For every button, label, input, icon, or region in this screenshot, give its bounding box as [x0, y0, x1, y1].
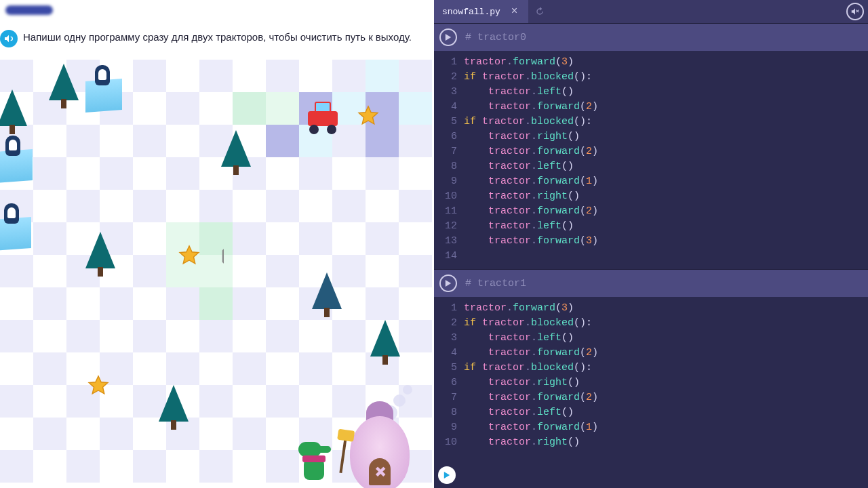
editor-tabs: snowfall.py ×	[434, 0, 868, 23]
undo-button[interactable]	[528, 0, 551, 23]
task-bar: Напиши одну программу сразу для двух тра…	[0, 30, 434, 47]
code-body[interactable]: 12345678910tractor.forward(3)if tractor.…	[434, 297, 868, 455]
speaker-icon	[3, 33, 14, 44]
code-block-tractor0: # tractor01234567891011121314tractor.for…	[434, 23, 868, 269]
speak-task-button[interactable]	[0, 30, 18, 47]
code-header: # tractor1	[434, 270, 868, 297]
code-comment: # tractor1	[465, 278, 526, 289]
editor-pane: snowfall.py × # tractor01234567891011121…	[434, 0, 868, 488]
game-board[interactable]	[0, 60, 434, 488]
undo-icon	[534, 6, 545, 17]
close-tab-button[interactable]: ×	[509, 5, 521, 18]
mute-icon	[850, 7, 860, 16]
gutter: 12345678910	[434, 301, 464, 450]
code-block-tractor1: # tractor112345678910tractor.forward(3)i…	[434, 269, 868, 455]
code-comment: # tractor0	[465, 32, 526, 43]
task-text: Напиши одну программу сразу для двух тра…	[23, 30, 412, 45]
run-block-button[interactable]	[439, 28, 457, 46]
play-icon	[443, 471, 450, 479]
code-lines[interactable]: tractor.forward(3)if tractor.blocked(): …	[464, 301, 868, 450]
game-pane[interactable]: Напиши одну программу сразу для двух тра…	[0, 0, 434, 488]
run-all-button[interactable]	[438, 466, 456, 484]
mute-button[interactable]	[846, 3, 864, 20]
file-tab-label: snowfall.py	[442, 7, 500, 17]
editor-body[interactable]: # tractor01234567891011121314tractor.for…	[434, 23, 868, 488]
gutter: 1234567891011121314	[434, 55, 464, 264]
code-lines[interactable]: tractor.forward(3)if tractor.blocked(): …	[464, 55, 868, 264]
file-tab[interactable]: snowfall.py ×	[434, 0, 528, 23]
code-body[interactable]: 1234567891011121314tractor.forward(3)if …	[434, 51, 868, 269]
code-header: # tractor0	[434, 24, 868, 51]
run-block-button[interactable]	[439, 274, 457, 292]
logo-blur	[5, 5, 53, 15]
